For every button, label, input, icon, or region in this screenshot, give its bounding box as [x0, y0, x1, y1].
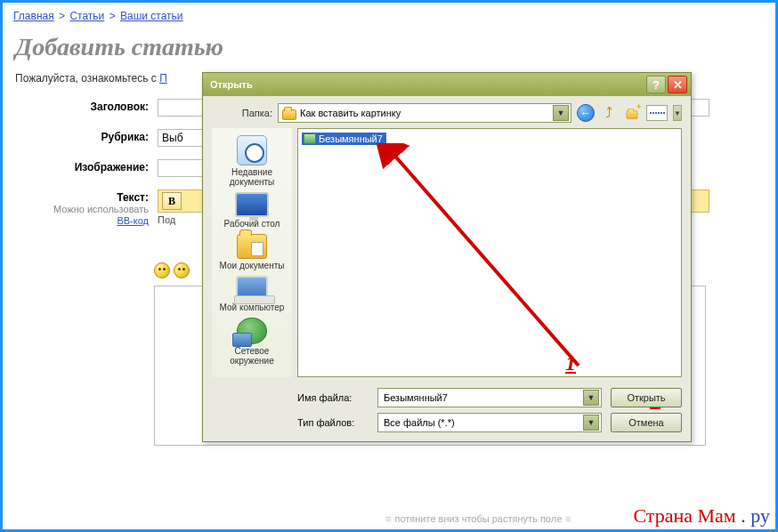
network-icon: [237, 318, 267, 344]
desktop-icon: [235, 192, 269, 217]
sidebar-network[interactable]: Сетевое окружение: [212, 316, 292, 367]
filetype-label: Тип файлов:: [297, 417, 369, 428]
annotation-label-1: 1: [565, 351, 576, 375]
dialog-title: Открыть: [210, 79, 253, 90]
watermark: Страна Мам . ру: [633, 504, 770, 528]
filetype-dropdown[interactable]: ▼: [583, 415, 599, 431]
mydocs-icon: [237, 234, 267, 259]
text-hint: Можно использовать: [15, 204, 149, 214]
new-folder-icon[interactable]: [623, 104, 641, 122]
mycomputer-icon: [236, 276, 268, 301]
folder-icon: [282, 109, 296, 120]
sidebar-mycomp[interactable]: Мой компьютер: [212, 274, 292, 314]
file-item-selected[interactable]: Безымянный7: [302, 133, 386, 145]
crumb-home[interactable]: Главная: [13, 10, 54, 22]
intro-link[interactable]: П: [159, 72, 167, 85]
recent-docs-icon: [237, 135, 267, 165]
filename-dropdown[interactable]: ▼: [583, 390, 599, 406]
sidebar-mydocs[interactable]: Мои документы: [212, 232, 292, 272]
close-button[interactable]: ✕: [668, 76, 687, 93]
folder-label: Папка:: [212, 108, 272, 118]
text-label: Текст:: [117, 191, 149, 204]
image-file-icon: [304, 133, 316, 144]
cancel-button[interactable]: Отмена: [611, 413, 682, 432]
breadcrumb: Главная > Статьи > Ваши статьи: [3, 3, 775, 29]
dialog-bottom: Имя файла: Безымянный7 ▼ Открыть Тип фай…: [203, 384, 691, 441]
dialog-titlebar[interactable]: Открыть ? ✕: [203, 73, 691, 96]
crumb-articles[interactable]: Статьи: [69, 10, 104, 22]
view-mode-dropdown[interactable]: ▼: [673, 105, 682, 121]
help-button[interactable]: ?: [646, 76, 666, 93]
sidebar-desktop[interactable]: Рабочий стол: [212, 190, 292, 230]
category-label: Рубрика:: [101, 131, 149, 143]
places-sidebar: Недавние документы Рабочий стол Мои доку…: [212, 128, 292, 377]
filetype-combo[interactable]: Все файлы (*.*) ▼: [377, 413, 602, 432]
filename-combo[interactable]: Безымянный7 ▼: [377, 388, 602, 407]
bold-button[interactable]: B: [162, 192, 182, 210]
page-title: Добавить статью: [3, 29, 775, 70]
nav-back-icon[interactable]: ←: [577, 104, 595, 122]
sidebar-recent[interactable]: Недавние документы: [212, 133, 292, 189]
annotation-arrow-1: [374, 143, 605, 375]
nav-up-icon[interactable]: ⤴: [600, 104, 618, 122]
file-listing[interactable]: Безымянный7 1 2: [297, 128, 682, 377]
filename-label: Имя файла:: [297, 392, 369, 403]
emoji-wink-icon[interactable]: [174, 262, 190, 278]
image-label: Изображение:: [75, 161, 149, 173]
title-label: Заголовок:: [91, 101, 149, 113]
svg-line-0: [392, 152, 579, 366]
bbcode-link[interactable]: BB-код: [117, 215, 149, 226]
crumb-your-articles[interactable]: Ваши статьи: [120, 10, 183, 22]
file-open-dialog: Открыть ? ✕ Папка: Как вставить картинку…: [202, 72, 692, 442]
folder-value: Как вставить картинку: [300, 108, 549, 118]
emoji-smile-icon[interactable]: [154, 262, 170, 278]
view-mode-icon[interactable]: [646, 105, 668, 121]
folder-dropdown-button[interactable]: ▼: [553, 105, 569, 121]
open-button[interactable]: Открыть: [611, 388, 682, 407]
dialog-topbar: Папка: Как вставить картинку ▼ ← ⤴ ▼: [203, 96, 691, 128]
folder-combo[interactable]: Как вставить картинку ▼: [278, 103, 571, 123]
resize-hint: ≡ потяните вниз чтобы растянуть поле ≡: [385, 513, 571, 524]
